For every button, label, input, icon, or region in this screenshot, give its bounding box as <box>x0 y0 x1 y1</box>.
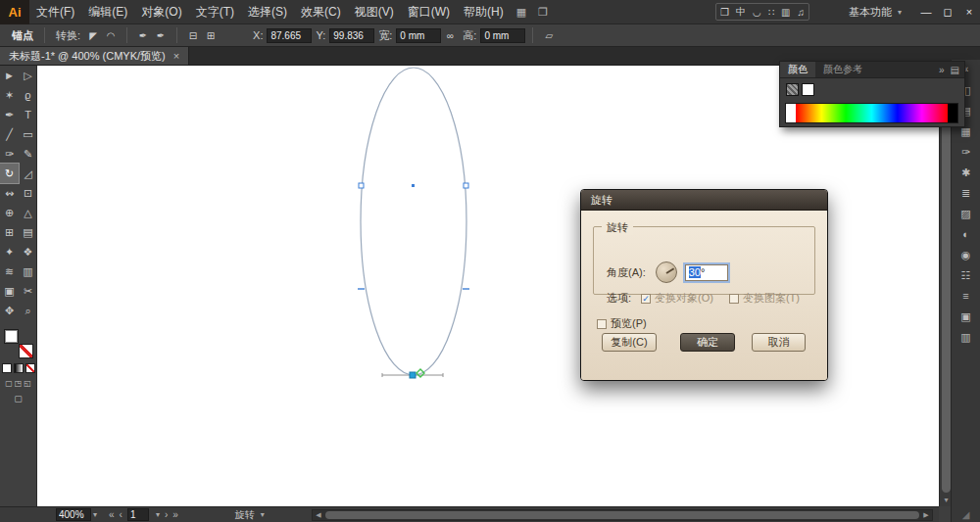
symbol-sprayer-tool[interactable]: ≋ <box>0 261 19 281</box>
mesh-tool[interactable]: ⊞ <box>0 222 19 242</box>
horizontal-scrollbar[interactable]: ◀ ▶ <box>312 509 933 521</box>
zoom-level-input[interactable] <box>56 508 91 521</box>
convert-to-corner-icon[interactable]: ◤ <box>84 27 102 43</box>
menu-help[interactable]: 帮助(H) <box>457 0 511 24</box>
black-swatch[interactable] <box>948 104 957 122</box>
tab-color-guide[interactable]: 颜色参考 <box>815 62 870 77</box>
width-tool[interactable]: ↭ <box>0 183 19 203</box>
menu-edit[interactable]: 编辑(E) <box>81 0 134 24</box>
brushes-panel-icon[interactable]: ✑ <box>956 142 977 162</box>
stroke-panel-icon[interactable]: ≣ <box>956 183 977 203</box>
x-input[interactable] <box>267 28 312 43</box>
dialog-title[interactable]: 旋转 <box>581 190 827 211</box>
rectangle-tool[interactable]: ▭ <box>19 124 37 144</box>
cpu-preview-icon[interactable]: 中 <box>736 5 746 19</box>
artboard-number-input[interactable] <box>127 508 149 521</box>
lasso-tool[interactable]: ϱ <box>19 85 37 105</box>
bridge-icon[interactable]: ▦ <box>511 6 532 19</box>
horizontal-scroll-thumb[interactable] <box>325 511 919 519</box>
zoom-tool[interactable]: ⌕ <box>19 301 37 320</box>
first-artboard-icon[interactable]: « <box>109 509 115 520</box>
height-input[interactable] <box>480 28 525 43</box>
cancel-button[interactable]: 取消 <box>752 333 806 352</box>
view-mode-icon[interactable]: ❐ <box>720 7 729 18</box>
white-swatch[interactable] <box>786 104 796 122</box>
transparency-panel-icon[interactable]: ◐ <box>956 224 977 244</box>
preview-checkbox[interactable] <box>597 319 607 329</box>
vertical-scroll-thumb[interactable] <box>942 79 951 493</box>
free-transform-tool[interactable]: ⊡ <box>19 183 37 203</box>
scale-tool[interactable]: ◿ <box>19 164 37 183</box>
menu-view[interactable]: 视图(V) <box>348 0 401 24</box>
link-dimensions-icon[interactable]: ∞ <box>441 27 459 43</box>
blend-tool[interactable]: ❖ <box>19 242 37 261</box>
type-tool[interactable]: T <box>19 105 37 124</box>
slice-tool[interactable]: ✂ <box>19 281 37 301</box>
arrange-documents-icon[interactable]: ❐ <box>532 6 554 19</box>
pattern-fill-swatch[interactable] <box>786 83 799 96</box>
selection-tool[interactable]: ► <box>0 66 19 85</box>
graphic-styles-panel-icon[interactable]: ☷ <box>956 265 977 285</box>
gradient-panel-icon[interactable]: ▨ <box>956 204 977 223</box>
tab-color[interactable]: 颜色 <box>780 62 815 77</box>
hand-tool[interactable]: ✥ <box>0 301 19 320</box>
previous-artboard-icon[interactable]: ‹ <box>120 509 122 520</box>
scroll-right-icon[interactable]: ▶ <box>920 511 932 519</box>
stroke-swatch[interactable] <box>19 344 33 358</box>
resize-grip[interactable]: ◢ <box>962 509 970 522</box>
transform-object-checkbox[interactable]: ✓ <box>641 294 651 304</box>
angle-input[interactable]: 30° <box>685 264 728 281</box>
menu-effect[interactable]: 效果(C) <box>294 0 348 24</box>
show-handles-icon[interactable]: ✒ <box>134 27 152 43</box>
artboard-dropdown-icon[interactable]: ▾ <box>156 510 160 519</box>
remove-anchor-icon[interactable]: ⊟ <box>184 27 202 43</box>
draw-inside-icon[interactable]: ◱ <box>24 379 31 388</box>
white-stroke-swatch[interactable] <box>802 83 814 96</box>
rainbow-spectrum[interactable] <box>796 104 948 122</box>
next-artboard-icon[interactable]: › <box>165 509 168 520</box>
gradient-tool[interactable]: ▤ <box>19 222 37 242</box>
copy-button[interactable]: 复制(C) <box>602 333 657 352</box>
pen-tool[interactable]: ✒ <box>0 105 19 124</box>
appearance-panel-icon[interactable]: ◉ <box>956 245 977 264</box>
rotate-view-icon[interactable]: ◡ <box>753 7 761 18</box>
maximize-button[interactable]: ◻ <box>937 0 958 24</box>
line-segment-tool[interactable]: ╱ <box>0 124 19 144</box>
perspective-grid-tool[interactable]: △ <box>19 203 37 222</box>
scroll-left-icon[interactable]: ◀ <box>313 511 324 519</box>
document-layout-icon[interactable]: ▥ <box>781 7 790 18</box>
none-mode-button[interactable] <box>25 363 35 373</box>
rotate-origin-point[interactable] <box>410 372 416 378</box>
hide-handles-icon[interactable]: ✒ <box>152 27 170 43</box>
transform-panel-icon[interactable]: ▱ <box>540 27 558 43</box>
transform-pattern-checkbox[interactable] <box>729 294 739 304</box>
zoom-dropdown-icon[interactable]: ▾ <box>93 510 97 519</box>
close-button[interactable]: × <box>958 0 980 24</box>
artboards-panel-icon[interactable]: ▣ <box>956 307 977 326</box>
rotate-tool[interactable]: ↻ <box>0 164 19 183</box>
anchor-point-right[interactable] <box>464 183 468 188</box>
draw-behind-icon[interactable]: ◳ <box>15 379 23 388</box>
width-input[interactable] <box>396 28 441 43</box>
ellipse-path[interactable] <box>361 68 466 375</box>
magic-wand-tool[interactable]: ✶ <box>0 85 19 105</box>
y-input[interactable] <box>329 28 374 43</box>
column-graph-tool[interactable]: ▥ <box>19 261 37 281</box>
last-artboard-icon[interactable]: » <box>172 509 178 520</box>
screen-mode-button[interactable]: ▢ <box>0 394 36 403</box>
artboard-tool[interactable]: ▣ <box>0 281 19 301</box>
close-icon[interactable]: × <box>173 47 179 65</box>
grid-icon[interactable]: ∷ <box>768 7 774 18</box>
convert-to-smooth-icon[interactable]: ◠ <box>102 27 120 43</box>
anchor-point-left[interactable] <box>359 183 364 188</box>
fill-swatch[interactable] <box>4 329 19 344</box>
ok-button[interactable]: 确定 <box>680 333 735 352</box>
paintbrush-tool[interactable]: ✑ <box>0 144 19 164</box>
eyedropper-tool[interactable]: ✦ <box>0 242 19 261</box>
search-help-icon[interactable]: ♫ <box>797 7 805 18</box>
document-tab[interactable]: 未标题-1* @ 400% (CMYK/预览) × <box>0 47 189 65</box>
status-tool-indicator[interactable]: 旋转 ▾ <box>235 508 265 522</box>
menu-window[interactable]: 窗口(W) <box>401 0 457 24</box>
panel-menu-icon[interactable]: ▤ <box>951 65 959 75</box>
workspace-switcher[interactable]: 基本功能 ▾ <box>849 5 902 20</box>
